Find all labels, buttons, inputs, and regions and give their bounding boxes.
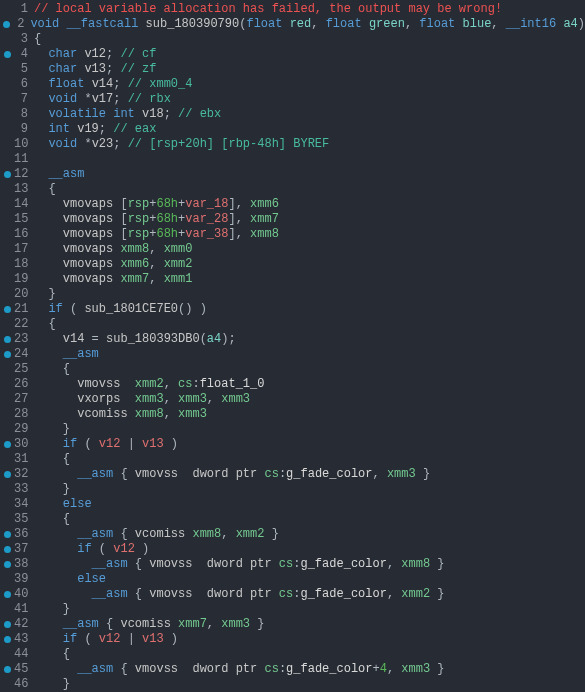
breakpoint-gutter[interactable] (0, 441, 14, 448)
breakpoint-gutter[interactable] (0, 51, 14, 58)
code-content[interactable]: int v19; // eax (34, 122, 156, 137)
code-line[interactable]: 41 } (0, 602, 585, 617)
code-line[interactable]: 5 char v13; // zf (0, 62, 585, 77)
breakpoint-gutter[interactable] (0, 21, 12, 28)
code-line[interactable]: 10 void *v23; // [rsp+20h] [rbp-48h] BYR… (0, 137, 585, 152)
breakpoint-gutter[interactable] (0, 666, 14, 673)
code-line[interactable]: 8 volatile int v18; // ebx (0, 107, 585, 122)
code-content[interactable]: __asm (34, 167, 84, 182)
code-content[interactable]: else (34, 572, 106, 587)
code-line[interactable]: 45 __asm { vmovss dword ptr cs:g_fade_co… (0, 662, 585, 677)
code-line[interactable]: 16 vmovaps [rsp+68h+var_38], xmm8 (0, 227, 585, 242)
code-line[interactable]: 43 if ( v12 | v13 ) (0, 632, 585, 647)
code-content[interactable]: __asm (34, 347, 99, 362)
code-content[interactable]: if ( sub_1801CE7E0() ) (34, 302, 207, 317)
code-line[interactable]: 2void __fastcall sub_180390790(float red… (0, 17, 585, 32)
code-content[interactable]: void *v23; // [rsp+20h] [rbp-48h] BYREF (34, 137, 329, 152)
code-content[interactable]: vmovaps [rsp+68h+var_38], xmm8 (34, 227, 279, 242)
breakpoint-gutter[interactable] (0, 336, 14, 343)
code-line[interactable]: 25 { (0, 362, 585, 377)
code-line[interactable]: 4 char v12; // cf (0, 47, 585, 62)
breakpoint-gutter[interactable] (0, 471, 14, 478)
code-content[interactable]: if ( v12 | v13 ) (34, 632, 178, 647)
code-line[interactable]: 32 __asm { vmovss dword ptr cs:g_fade_co… (0, 467, 585, 482)
code-content[interactable]: { (34, 647, 70, 662)
breakpoint-gutter[interactable] (0, 351, 14, 358)
code-line[interactable]: 33 } (0, 482, 585, 497)
code-line[interactable]: 30 if ( v12 | v13 ) (0, 437, 585, 452)
code-content[interactable]: } (34, 422, 70, 437)
code-line[interactable]: 19 vmovaps xmm7, xmm1 (0, 272, 585, 287)
breakpoint-gutter[interactable] (0, 306, 14, 313)
code-content[interactable]: { (34, 182, 56, 197)
code-content[interactable]: void __fastcall sub_180390790(float red,… (30, 17, 585, 32)
code-line[interactable]: 1// local variable allocation has failed… (0, 2, 585, 17)
code-content[interactable]: { (34, 317, 56, 332)
breakpoint-gutter[interactable] (0, 621, 14, 628)
code-content[interactable]: vmovaps xmm8, xmm0 (34, 242, 192, 257)
breakpoint-gutter[interactable] (0, 636, 14, 643)
code-content[interactable]: vmovaps xmm7, xmm1 (34, 272, 192, 287)
code-content[interactable]: vmovaps [rsp+68h+var_18], xmm6 (34, 197, 279, 212)
code-content[interactable]: } (34, 602, 70, 617)
code-line[interactable]: 9 int v19; // eax (0, 122, 585, 137)
code-content[interactable]: if ( v12 | v13 ) (34, 437, 178, 452)
code-content[interactable]: vmovaps [rsp+68h+var_28], xmm7 (34, 212, 279, 227)
code-content[interactable]: __asm { vmovss dword ptr cs:g_fade_color… (34, 587, 445, 602)
code-content[interactable]: char v12; // cf (34, 47, 156, 62)
code-line[interactable]: 6 float v14; // xmm0_4 (0, 77, 585, 92)
code-content[interactable]: { (34, 32, 41, 47)
code-content[interactable]: __asm { vcomiss xmm8, xmm2 } (34, 527, 279, 542)
breakpoint-gutter[interactable] (0, 531, 14, 538)
code-content[interactable]: } (34, 482, 70, 497)
code-line[interactable]: 31 { (0, 452, 585, 467)
code-line[interactable]: 27 vxorps xmm3, xmm3, xmm3 (0, 392, 585, 407)
code-content[interactable]: __asm { vmovss dword ptr cs:g_fade_color… (34, 662, 445, 677)
code-content[interactable]: float v14; // xmm0_4 (34, 77, 192, 92)
code-line[interactable]: 13 { (0, 182, 585, 197)
breakpoint-gutter[interactable] (0, 546, 14, 553)
code-line[interactable]: 12 __asm (0, 167, 585, 182)
code-content[interactable]: __asm { vcomiss xmm7, xmm3 } (34, 617, 264, 632)
code-line[interactable]: 39 else (0, 572, 585, 587)
code-line[interactable]: 34 else (0, 497, 585, 512)
code-line[interactable]: 44 { (0, 647, 585, 662)
code-line[interactable]: 35 { (0, 512, 585, 527)
code-content[interactable]: vmovaps xmm6, xmm2 (34, 257, 192, 272)
code-line[interactable]: 38 __asm { vmovss dword ptr cs:g_fade_co… (0, 557, 585, 572)
breakpoint-gutter[interactable] (0, 591, 14, 598)
code-line[interactable]: 42 __asm { vcomiss xmm7, xmm3 } (0, 617, 585, 632)
code-line[interactable]: 28 vcomiss xmm8, xmm3 (0, 407, 585, 422)
code-content[interactable]: __asm { vmovss dword ptr cs:g_fade_color… (34, 557, 445, 572)
code-line[interactable]: 3{ (0, 32, 585, 47)
code-line[interactable]: 21 if ( sub_1801CE7E0() ) (0, 302, 585, 317)
code-line[interactable]: 26 vmovss xmm2, cs:float_1_0 (0, 377, 585, 392)
code-line[interactable]: 37 if ( v12 ) (0, 542, 585, 557)
code-line[interactable]: 11 (0, 152, 585, 167)
code-content[interactable]: vcomiss xmm8, xmm3 (34, 407, 207, 422)
code-content[interactable]: vxorps xmm3, xmm3, xmm3 (34, 392, 250, 407)
code-line[interactable]: 24 __asm (0, 347, 585, 362)
code-line[interactable]: 29 } (0, 422, 585, 437)
code-content[interactable]: v14 = sub_180393DB0(a4); (34, 332, 236, 347)
code-line[interactable]: 46 } (0, 677, 585, 692)
code-content[interactable]: { (34, 452, 70, 467)
code-line[interactable]: 7 void *v17; // rbx (0, 92, 585, 107)
code-line[interactable]: 40 __asm { vmovss dword ptr cs:g_fade_co… (0, 587, 585, 602)
code-content[interactable]: volatile int v18; // ebx (34, 107, 221, 122)
code-content[interactable]: if ( v12 ) (34, 542, 149, 557)
code-content[interactable]: void *v17; // rbx (34, 92, 171, 107)
code-line[interactable]: 36 __asm { vcomiss xmm8, xmm2 } (0, 527, 585, 542)
code-content[interactable]: } (34, 677, 70, 692)
code-content[interactable]: __asm { vmovss dword ptr cs:g_fade_color… (34, 467, 430, 482)
code-line[interactable]: 14 vmovaps [rsp+68h+var_18], xmm6 (0, 197, 585, 212)
code-line[interactable]: 22 { (0, 317, 585, 332)
breakpoint-gutter[interactable] (0, 171, 14, 178)
code-content[interactable]: vmovss xmm2, cs:float_1_0 (34, 377, 264, 392)
code-line[interactable]: 23 v14 = sub_180393DB0(a4); (0, 332, 585, 347)
code-line[interactable]: 15 vmovaps [rsp+68h+var_28], xmm7 (0, 212, 585, 227)
code-content[interactable]: } (34, 287, 56, 302)
code-content[interactable]: { (34, 512, 70, 527)
code-content[interactable]: else (34, 497, 92, 512)
code-content[interactable]: char v13; // zf (34, 62, 156, 77)
